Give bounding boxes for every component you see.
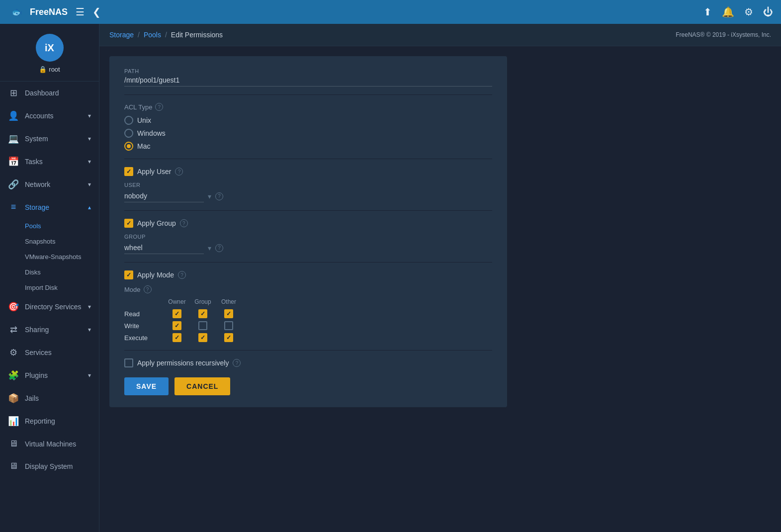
avatar: iX [36,34,64,62]
group-help-icon[interactable]: ? [215,244,223,252]
user-select-row: nobody ▾ ? [124,190,492,202]
topbar-right: ⬆ 🔔 ⚙ ⏻ [703,6,773,18]
sidebar-item-tasks[interactable]: 📅 Tasks ▾ [0,150,99,173]
breadcrumb-pools[interactable]: Pools [144,31,161,39]
chevron-up-icon: ▴ [88,204,91,211]
perm-execute-group-cell: ✓ [190,333,216,342]
perm-write-group-cell [190,321,216,330]
sidebar-subitem-disks[interactable]: Disks [0,265,99,280]
perm-execute-owner-checkbox[interactable]: ✓ [173,333,181,342]
perm-read-group-cell: ✓ [190,309,216,318]
apply-recursive-checkbox[interactable] [124,358,133,367]
apply-mode-help-icon[interactable]: ? [178,271,186,279]
chevron-down-icon: ▾ [88,303,91,310]
sidebar-item-label: Services [25,349,91,356]
sidebar-profile: iX 🔒 root [0,24,99,82]
path-value: /mnt/pool1/guest1 [124,76,492,87]
bell-icon[interactable]: 🔔 [722,6,734,18]
sidebar-item-dashboard[interactable]: ⊞ Dashboard [0,82,99,104]
sidebar-item-system[interactable]: 💻 System ▾ [0,127,99,150]
acl-unix-radio[interactable] [124,116,133,125]
check-icon: ✓ [126,168,131,175]
sidebar-item-label: Reporting [25,417,91,425]
sidebar-subitem-pools[interactable]: Pools [0,218,99,234]
user-section: User nobody ▾ ? [124,182,492,202]
sidebar-item-services[interactable]: ⚙ Services [0,341,99,364]
acl-mac-label: Mac [137,142,150,150]
perm-write-owner-checkbox[interactable]: ✓ [173,321,181,330]
perm-read-owner-checkbox[interactable]: ✓ [173,309,181,318]
apply-recursive-help-icon[interactable]: ? [233,359,241,367]
sidebar-item-label: Sharing [25,326,82,334]
acl-windows-radio[interactable] [124,129,133,138]
tasks-icon: 📅 [8,156,19,167]
perm-execute-other-checkbox[interactable]: ✓ [224,333,233,342]
divider-1 [124,94,492,95]
apply-user-checkbox[interactable]: ✓ [124,167,133,176]
perm-row-read: Read ✓ ✓ ✓ [124,309,492,318]
perm-read-owner-cell: ✓ [164,309,190,318]
mode-help-icon[interactable]: ? [144,285,152,293]
save-button[interactable]: SAVE [124,377,169,395]
power-icon[interactable]: ⏻ [763,6,773,18]
edit-permissions-form: Path /mnt/pool1/guest1 ACL Type ? Unix [109,56,507,407]
sidebar-item-label: Directory Services [25,303,82,311]
username-text: root [49,66,60,73]
sidebar-item-jails[interactable]: 📦 Jails [0,387,99,410]
apply-mode-checkbox[interactable]: ✓ [124,270,133,279]
sidebar-subitem-snapshots[interactable]: Snapshots [0,234,99,249]
upload-icon[interactable]: ⬆ [703,6,712,18]
topbar-left: 🐟 FreeNAS ☰ ❮ [8,3,101,21]
sidebar-item-sharing[interactable]: ⇄ Sharing ▾ [0,318,99,341]
perm-col-owner: Owner [164,298,190,305]
acl-windows-option[interactable]: Windows [124,129,492,138]
sidebar-item-accounts[interactable]: 👤 Accounts ▾ [0,104,99,127]
perm-read-group-checkbox[interactable]: ✓ [198,309,207,318]
sidebar-item-display-system[interactable]: 🖥 Display System [0,455,99,477]
app-body: iX 🔒 root ⊞ Dashboard 👤 Accounts ▾ 💻 Sys… [0,24,781,532]
acl-mac-option[interactable]: Mac [124,142,492,151]
menu-icon[interactable]: ☰ [76,6,85,18]
chevron-down-icon: ▾ [88,181,91,188]
logo: 🐟 FreeNAS [8,3,68,21]
permissions-table: Owner Group Other Read ✓ ✓ [124,298,492,342]
perm-read-other-checkbox[interactable]: ✓ [224,309,233,318]
sidebar-item-directory-services[interactable]: 🎯 Directory Services ▾ [0,295,99,318]
sidebar-item-storage[interactable]: ≡ Storage ▴ [0,196,99,218]
lock-icon: 🔒 [39,66,47,73]
display-system-icon: 🖥 [8,461,19,471]
sidebar-item-plugins[interactable]: 🧩 Plugins ▾ [0,364,99,387]
settings-icon[interactable]: ⚙ [744,6,753,18]
acl-mac-radio[interactable] [124,142,133,151]
apply-group-label: Apply Group [137,219,176,227]
user-help-icon[interactable]: ? [215,192,223,200]
sidebar-item-label: Network [25,180,82,188]
group-select[interactable]: wheel [124,242,204,254]
perm-write-other-checkbox[interactable] [224,321,233,330]
acl-unix-option[interactable]: Unix [124,116,492,125]
user-select[interactable]: nobody [124,190,204,202]
sidebar-item-label: Plugins [25,371,82,379]
breadcrumb: Storage / Pools / Edit Permissions FreeN… [99,24,781,46]
perm-execute-group-checkbox[interactable]: ✓ [198,333,207,342]
apply-user-help-icon[interactable]: ? [175,168,183,176]
perm-execute-label: Execute [124,334,164,342]
sidebar-item-label: Jails [25,394,91,402]
acl-type-help-icon[interactable]: ? [155,103,163,111]
breadcrumb-storage[interactable]: Storage [109,31,134,39]
cancel-button[interactable]: CANCEL [174,377,230,395]
sidebar-item-reporting[interactable]: 📊 Reporting [0,410,99,433]
sidebar-subitem-import-disk[interactable]: Import Disk [0,280,99,295]
perm-execute-other-cell: ✓ [216,333,242,342]
divider-2 [124,159,492,159]
apply-group-checkbox[interactable]: ✓ [124,219,133,228]
sidebar-subitem-vmware-snapshots[interactable]: VMware-Snapshots [0,249,99,265]
apply-group-help-icon[interactable]: ? [180,219,188,227]
perm-header: Owner Group Other [124,298,492,305]
services-icon: ⚙ [8,347,19,358]
sidebar-item-network[interactable]: 🔗 Network ▾ [0,173,99,196]
perm-write-group-checkbox[interactable] [198,321,207,330]
back-icon[interactable]: ❮ [92,6,101,18]
sidebar-item-virtual-machines[interactable]: 🖥 Virtual Machines [0,433,99,455]
apply-user-row: ✓ Apply User ? [124,167,492,176]
